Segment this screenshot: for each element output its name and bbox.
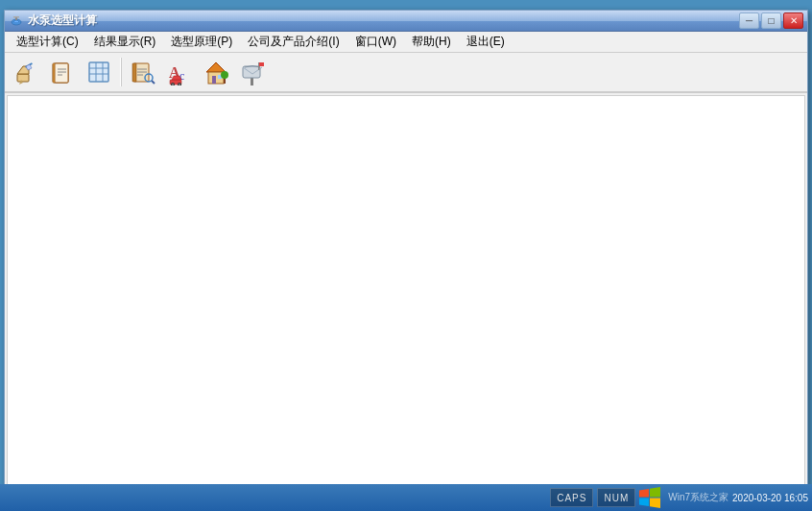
menu-exit[interactable]: 退出(E) xyxy=(459,32,513,52)
toolbar-btn-mail[interactable] xyxy=(235,55,270,89)
num-indicator: NUM xyxy=(597,488,635,507)
toolbar-btn-results[interactable] xyxy=(45,55,80,89)
window-title: 水泵选型计算 xyxy=(28,12,97,29)
svg-marker-30 xyxy=(206,62,226,72)
toolbar-btn-scene[interactable] xyxy=(199,55,233,89)
taskbar-datetime: 2020-03-20 16:05 xyxy=(732,493,808,503)
main-content xyxy=(7,95,805,497)
svg-point-35 xyxy=(221,71,228,79)
menu-company[interactable]: 公司及产品介绍(I) xyxy=(240,32,346,52)
title-bar: 水泵选型计算 ─ □ ✕ xyxy=(5,11,807,32)
title-bar-left: 水泵选型计算 xyxy=(9,12,97,29)
toolbar-btn-font[interactable]: A c xyxy=(162,55,197,89)
menu-window[interactable]: 窗口(W) xyxy=(347,32,404,52)
svg-rect-32 xyxy=(212,76,216,84)
menu-calc[interactable]: 选型计算(C) xyxy=(9,32,86,52)
watermark-text: Win7系统之家 xyxy=(668,491,728,504)
app-icon xyxy=(9,13,24,29)
caps-indicator: CAPS xyxy=(550,488,593,507)
svg-rect-11 xyxy=(89,62,108,82)
windows-logo-icon xyxy=(639,487,660,508)
svg-rect-2 xyxy=(13,16,19,18)
toolbar-separator-1 xyxy=(120,58,122,86)
taskbar: CAPS NUM Win7系统之家 2020-03-20 16:05 xyxy=(0,484,812,511)
svg-rect-3 xyxy=(17,74,29,82)
main-window: 水泵选型计算 ─ □ ✕ 选型计算(C) 结果显示(R) 选型原理(P) 公司及… xyxy=(4,10,808,499)
menu-results[interactable]: 结果显示(R) xyxy=(86,32,164,52)
restore-button[interactable]: □ xyxy=(761,12,781,29)
svg-rect-6 xyxy=(55,63,68,83)
toolbar: A c xyxy=(5,53,807,93)
taskbar-right: CAPS NUM Win7系统之家 2020-03-20 16:05 xyxy=(550,487,808,508)
toolbar-btn-principle[interactable] xyxy=(82,55,116,89)
svg-point-29 xyxy=(179,84,180,85)
close-button[interactable]: ✕ xyxy=(783,12,803,29)
menu-help[interactable]: 帮助(H) xyxy=(404,32,459,52)
title-buttons: ─ □ ✕ xyxy=(739,12,803,29)
menu-principle[interactable]: 选型原理(P) xyxy=(163,32,240,52)
svg-rect-10 xyxy=(53,63,55,83)
toolbar-btn-manual[interactable] xyxy=(126,55,160,89)
menu-bar: 选型计算(C) 结果显示(R) 选型原理(P) 公司及产品介绍(I) 窗口(W)… xyxy=(5,32,807,53)
minimize-button[interactable]: ─ xyxy=(739,12,759,29)
toolbar-btn-calc[interactable] xyxy=(9,55,43,89)
svg-rect-37 xyxy=(243,66,260,78)
svg-point-28 xyxy=(172,84,174,85)
svg-line-22 xyxy=(152,81,155,84)
svg-rect-41 xyxy=(259,62,264,66)
svg-rect-17 xyxy=(132,63,136,82)
